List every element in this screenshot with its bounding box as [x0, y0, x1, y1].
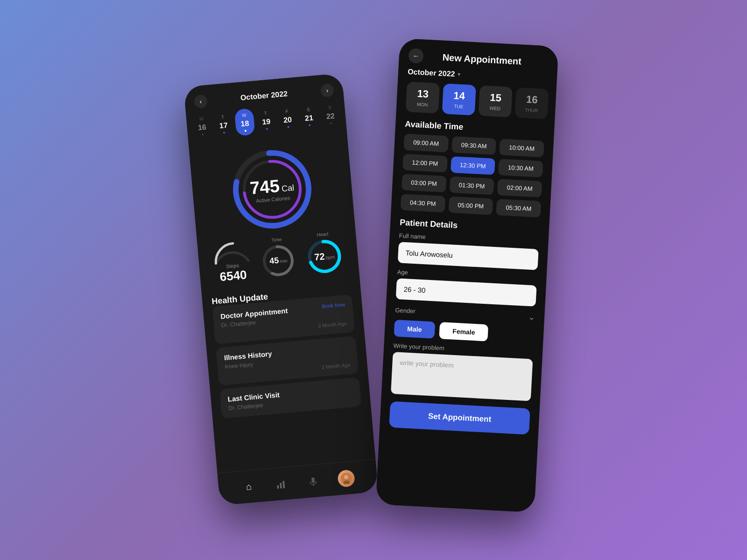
- calendar-day-21[interactable]: S 21: [298, 103, 319, 131]
- time-label: Time: [271, 237, 282, 243]
- chevron-down-icon: ▾: [458, 71, 461, 77]
- book-now-button[interactable]: Book Now: [322, 301, 345, 309]
- time-slot-0430pm[interactable]: 04:30 PM: [401, 194, 445, 212]
- svg-rect-11: [311, 477, 315, 483]
- time-value: 45: [269, 256, 279, 266]
- time-slot-1030am[interactable]: 10:30 AM: [498, 159, 543, 177]
- time-slot-1200pm[interactable]: 12:00 PM: [402, 154, 447, 173]
- time-slot-0130pm[interactable]: 01:30 PM: [449, 176, 494, 195]
- month-title: October 2022: [240, 90, 288, 102]
- time-slot-0530am[interactable]: 05:30 AM: [496, 199, 541, 217]
- heart-value: 72: [314, 251, 325, 263]
- heart-label: Heart: [317, 231, 328, 238]
- steps-value: 6540: [219, 267, 247, 284]
- time-stat: Time 45 min: [259, 236, 297, 280]
- date-pill-14-active[interactable]: 14 TUE: [442, 84, 476, 116]
- steps-stat: Steps 6540: [211, 238, 253, 285]
- patient-details-section: Patient Details Full name Tolu Arowoselu…: [381, 217, 549, 409]
- date-pill-13[interactable]: 13 MON: [406, 82, 440, 114]
- svg-rect-8: [277, 485, 279, 489]
- time-grid: 09:00 AM 09:30 AM 10:00 AM 12:00 PM 12:3…: [391, 133, 554, 226]
- gender-chevron-icon[interactable]: ⌄: [528, 312, 535, 322]
- nav-home-icon[interactable]: ⌂: [241, 479, 257, 495]
- back-button[interactable]: ←: [408, 48, 424, 64]
- time-unit: min: [280, 258, 288, 264]
- problem-placeholder: write your problem: [400, 359, 454, 369]
- time-slot-0200am[interactable]: 02:00 AM: [497, 179, 542, 197]
- date-pill-15[interactable]: 15 WED: [478, 85, 512, 118]
- time-slot-1000am[interactable]: 10:00 AM: [499, 139, 544, 157]
- time-slot-0300pm[interactable]: 03:00 PM: [402, 174, 446, 192]
- nav-mic-icon[interactable]: [305, 473, 321, 490]
- calendar-day-18-active[interactable]: W 18: [234, 108, 255, 136]
- time-slot-0900am[interactable]: 09:00 AM: [403, 134, 448, 153]
- calendar-day-17[interactable]: T 17: [213, 110, 234, 138]
- calories-section: 745 Cal Active Calories: [189, 131, 355, 243]
- gender-selection: Male Female: [394, 320, 534, 344]
- time-slot-1230pm-active[interactable]: 12:30 PM: [451, 156, 495, 175]
- calendar-day-22[interactable]: S 22: [320, 101, 341, 129]
- calories-ring-text: 745 Cal Active Calories: [249, 175, 296, 204]
- age-input[interactable]: 26 - 30: [396, 278, 537, 307]
- gender-female-button[interactable]: Female: [439, 322, 488, 341]
- appointment-title: New Appointment: [430, 51, 534, 68]
- calendar-day-20[interactable]: F 20: [277, 105, 298, 133]
- health-phone: ‹ October 2022 › M 16 T 17: [183, 73, 378, 505]
- svg-rect-10: [282, 481, 285, 488]
- gender-male-button[interactable]: Male: [394, 320, 435, 339]
- health-update-section: Health Update Doctor Appointment Book No…: [201, 277, 375, 473]
- calendar-day-19[interactable]: T 19: [256, 106, 277, 134]
- calendar-day-16[interactable]: M 16: [191, 112, 212, 140]
- next-month-button[interactable]: ›: [320, 83, 334, 97]
- time-slot-0500pm[interactable]: 05:00 PM: [448, 196, 493, 215]
- calories-ring: 745 Cal Active Calories: [227, 144, 318, 235]
- fullname-input[interactable]: Tolu Arowoselu: [398, 242, 539, 270]
- problem-textarea[interactable]: write your problem: [391, 352, 533, 401]
- heart-unit: bpm: [325, 254, 335, 260]
- appointment-app-content: ← New Appointment October 2022 ▾ 13 MON …: [376, 38, 559, 512]
- health-card-illness[interactable]: Illness History Knee Injury 2 Month Ago: [216, 336, 359, 385]
- date-pill-16[interactable]: 16 THUR: [514, 87, 549, 119]
- heart-stat: Heart 72 bpm: [304, 230, 345, 277]
- prev-month-button[interactable]: ‹: [194, 94, 208, 108]
- calories-value: 745: [249, 176, 281, 198]
- phones-container: ‹ October 2022 › M 16 T 17: [201, 47, 546, 513]
- gender-label: Gender: [395, 307, 416, 315]
- steps-arc-svg: [211, 238, 251, 265]
- nav-chart-icon[interactable]: [273, 476, 289, 492]
- appointment-phone: ← New Appointment October 2022 ▾ 13 MON …: [376, 38, 559, 512]
- time-slot-0930am[interactable]: 09:30 AM: [451, 136, 496, 155]
- health-app-content: ‹ October 2022 › M 16 T 17: [183, 73, 378, 505]
- nav-avatar[interactable]: [337, 469, 355, 487]
- svg-rect-9: [280, 483, 282, 488]
- calories-unit: Cal: [281, 183, 295, 194]
